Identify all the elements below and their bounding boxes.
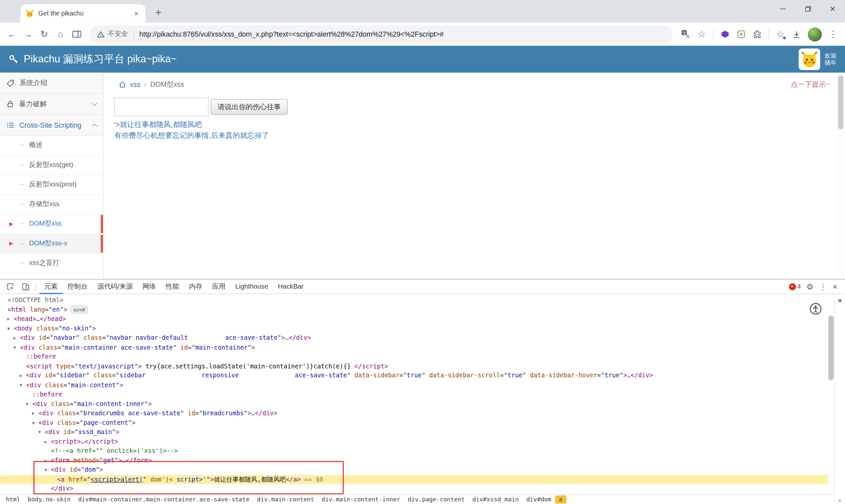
devtools-crumb[interactable]: body.no-skin — [24, 496, 75, 503]
devtools-tree-line[interactable]: ▼<div id="xssd_main"> — [0, 428, 828, 437]
devtools-tree-line[interactable]: ::before — [0, 352, 828, 362]
sidebar-item-xss[interactable]: Cross-Site Scripting — [0, 115, 103, 136]
tab-close-icon[interactable]: × — [132, 9, 141, 18]
expand-arrow-icon[interactable]: ▶ — [45, 437, 47, 447]
devtools-tab[interactable]: 网络 — [138, 280, 161, 294]
devtools-settings-icon[interactable]: ⚙ — [806, 282, 814, 290]
devtools-tree-line[interactable]: ▶<form method="get">…</form> — [0, 456, 828, 465]
devtools-menu-icon[interactable]: ⋮ — [819, 282, 827, 290]
devtools-tree-line[interactable]: ▶<div id="navbar" class="navbar navbar-d… — [0, 334, 828, 343]
devtools-tree-line[interactable]: ▼<div class="main-content"> — [0, 380, 828, 390]
extensions-puzzle-icon[interactable] — [750, 27, 765, 42]
window-restore-button[interactable] — [795, 0, 820, 18]
profile-avatar[interactable] — [808, 27, 822, 41]
not-secure-label[interactable]: 不安全 — [108, 30, 128, 39]
inspect-element-button[interactable] — [3, 281, 17, 292]
result-link-2[interactable]: 有些费尽心机想要忘记的事情,后来真的就忘掉了 — [114, 130, 845, 141]
reload-button[interactable]: ↻ — [37, 27, 52, 42]
scroll-badge[interactable]: scroll — [71, 306, 88, 313]
devtools-tree-line[interactable]: <a href="<script>alert(" dom')< script>'… — [0, 475, 828, 484]
error-badge[interactable]: × 4 — [789, 283, 801, 290]
more-panels-icon[interactable]: » — [835, 296, 845, 304]
devtools-tree-line[interactable]: ▼<div id="dom"> — [0, 465, 828, 475]
url-text[interactable]: http://pikachu:8765/vul/xss/xss_dom_x.ph… — [139, 30, 444, 38]
devtools-crumb[interactable]: div#xssd_main — [469, 496, 523, 503]
home-icon[interactable] — [119, 81, 126, 88]
collapse-arrow-icon[interactable]: ▼ — [14, 343, 16, 352]
devtools-tab[interactable]: 元素 — [39, 280, 63, 294]
browser-tab[interactable]: Get the pikachu × — [20, 4, 145, 23]
devtools-crumb[interactable]: div#main-container.main-container.ace-sa… — [74, 496, 253, 503]
devtools-crumb[interactable]: div.main-content — [253, 496, 318, 503]
sidebar-subitem[interactable]: 反射型xss(get) — [0, 155, 103, 175]
devtools-tree-line[interactable]: ▶<div id="sidebar" class="sidebar respon… — [0, 371, 828, 381]
window-close-button[interactable]: × — [820, 0, 845, 18]
devtools-tree-line[interactable]: ▼<body class="no-skin"> — [0, 324, 828, 334]
expand-arrow-icon[interactable]: ▶ — [45, 456, 47, 465]
devtools-tree-line[interactable]: ▶<head>…</head> — [0, 314, 828, 324]
extension-x-icon[interactable] — [734, 27, 749, 42]
sidebar-subitem[interactable]: ▶DOM型xss — [0, 214, 103, 234]
devtools-tree-line[interactable]: <script type="text/javascript"> try{ace.… — [0, 361, 828, 371]
sidebar-subitem[interactable]: xss之盲打 — [0, 254, 103, 273]
devtools-tree-line[interactable]: ▼<div class="page-content"> — [0, 418, 828, 428]
devtools-tree-line[interactable]: </div> — [0, 484, 828, 494]
page-scrollbar-thumb[interactable] — [838, 75, 843, 129]
devtools-tree-line[interactable]: ::before — [0, 390, 828, 399]
downloads-icon[interactable] — [789, 27, 804, 42]
collapse-arrow-icon[interactable]: ▼ — [32, 418, 35, 428]
devtools-crumb[interactable]: div.page-content — [404, 496, 469, 503]
expand-arrow-icon[interactable]: ▶ — [14, 334, 16, 343]
bookmark-star-icon[interactable]: ☆ — [694, 27, 709, 42]
devtools-scrollbar-thumb[interactable] — [828, 316, 833, 380]
collapse-arrow-icon[interactable]: ▼ — [38, 428, 41, 437]
devtools-tree-line[interactable]: <!--<a href="" onclick=('xss')>--> — [0, 446, 828, 456]
devtools-tree-line[interactable]: <html lang="en">scroll — [0, 305, 828, 315]
devtools-tab[interactable]: 内存 — [184, 280, 207, 294]
devtools-tab[interactable]: 源代码/来源 — [92, 280, 138, 294]
hint-link[interactable]: 点一下提示~ — [791, 80, 830, 89]
breadcrumb-link-xss[interactable]: xss — [130, 80, 140, 88]
sidebar-subitem[interactable]: 概述 — [0, 136, 103, 155]
expand-arrow-icon[interactable]: ▶ — [32, 409, 35, 418]
devtools-tree-line[interactable]: ▶<script>…</script> — [0, 437, 828, 447]
window-minimize-button[interactable] — [771, 0, 795, 18]
sidebar-item-system-intro[interactable]: 系统介绍 — [0, 73, 103, 94]
reading-list-star-icon[interactable]: ☆ — [773, 27, 788, 42]
devtools-tree-line[interactable]: ▶<div class="breadcrumbs ace-save-state"… — [0, 409, 828, 418]
page-scrollbar[interactable] — [837, 73, 845, 279]
submit-button[interactable]: 请说出你的伤心往事 — [211, 99, 287, 114]
home-button[interactable]: ⌂ — [53, 27, 68, 42]
translate-icon[interactable]: 文 A — [678, 27, 693, 42]
expand-arrow-icon[interactable]: ▶ — [20, 371, 22, 381]
xss-text-input[interactable] — [114, 97, 209, 116]
sidebar-item-brute-force[interactable]: 暴力破解 — [0, 94, 103, 115]
devtools-crumb[interactable]: html — [2, 496, 24, 503]
collapse-arrow-icon[interactable]: ▼ — [7, 324, 10, 334]
forward-button[interactable]: → — [20, 27, 36, 42]
devtools-tab[interactable]: Lighthouse — [230, 280, 273, 294]
result-link-1[interactable]: '>就让往事都随风,都随风吧 — [114, 120, 845, 130]
user-panel[interactable]: 欢迎 骚年 — [799, 49, 837, 70]
collapse-arrow-icon[interactable]: ▼ — [26, 399, 29, 409]
devtools-tab[interactable]: HackBar — [273, 280, 309, 294]
devtools-tab[interactable]: 性能 — [161, 280, 184, 294]
collapse-arrow-icon[interactable]: ▼ — [45, 465, 47, 475]
address-bar[interactable]: 不安全 http://pikachu:8765/vul/xss/xss_dom_… — [89, 25, 673, 43]
devtools-crumb[interactable]: a — [555, 496, 566, 503]
accessibility-button[interactable] — [809, 303, 822, 315]
new-tab-button[interactable]: + — [151, 5, 166, 20]
scroll-down-icon[interactable]: ▼ — [835, 499, 845, 502]
device-toolbar-button[interactable] — [18, 281, 32, 292]
sidebar-subitem[interactable]: 存储型xss — [0, 195, 103, 214]
devtools-close-icon[interactable]: × — [832, 282, 838, 290]
collapse-arrow-icon[interactable]: ▼ — [20, 380, 22, 390]
devtools-tree-line[interactable]: ▼<div class="main-container ace-save-sta… — [0, 343, 828, 352]
devtools-tree-line[interactable]: ▼<div class="main-content-inner"> — [0, 399, 828, 409]
side-panel-button[interactable] — [69, 27, 84, 42]
extension-purple-icon[interactable] — [717, 27, 733, 42]
expand-arrow-icon[interactable]: ▶ — [7, 314, 10, 324]
sidebar-subitem[interactable]: ▶DOM型xss-x — [0, 234, 103, 254]
browser-menu-icon[interactable]: ⋮ — [826, 27, 841, 42]
devtools-crumb[interactable]: div#dom — [523, 496, 555, 503]
